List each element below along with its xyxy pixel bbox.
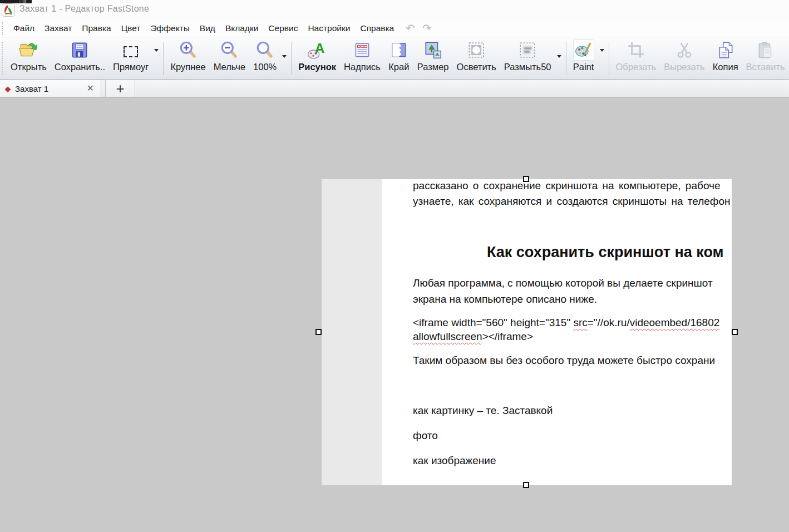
paste-label: Вставить [746,62,785,72]
resize-icon [422,40,443,61]
doc-text-line: фото [413,430,438,442]
doc-text-line: Таким образом вы без особого труда может… [413,354,715,367]
rectangle-select-label: Прямоуг [113,62,149,72]
open-folder-icon [18,40,39,61]
open-label: Открыть [11,62,47,72]
torn-edge-icon [388,40,410,61]
doc-text-line: рассказано о сохранение скриншота на ком… [413,180,721,192]
menu-items: Файл Захват Правка Цвет Эффекты Вид Вкла… [8,21,399,36]
copy-pages-icon [715,40,736,61]
svg-text:A: A [315,41,325,56]
new-tab-button[interactable]: + [105,80,135,97]
zoom-out-button[interactable]: Мельче [210,37,249,80]
paint-label: Paint [573,62,594,72]
draw-label: Рисунок [298,62,336,72]
zoom-in-button[interactable]: Крупнее [166,37,209,80]
menu-view[interactable]: Вид [195,21,220,36]
paint-dropdown-icon[interactable] [600,49,604,52]
toolbar-separator [566,42,566,75]
toolbar-separator [291,42,292,75]
menu-capture[interactable]: Захват [40,21,77,36]
save-button[interactable]: Сохранить.. [51,37,109,80]
cut-label: Вырезать [664,62,704,72]
doc-code-line: <iframe width="560" height="315" src="//… [413,317,719,329]
paste-button: Вставить [742,37,789,80]
selection-handle-left[interactable] [315,329,322,335]
crop-icon [625,40,647,61]
zoom-dropdown-icon[interactable] [282,55,287,58]
caption-label: Надпись [344,62,381,72]
spotlight-button[interactable]: Осветить [453,37,500,80]
undo-redo-group: ↶ ↷ [406,23,431,33]
caption-button[interactable]: Надпись [340,37,384,80]
copy-button[interactable]: Копия [709,37,742,80]
zoom-in-icon [177,40,199,61]
paint-palette-icon [573,40,594,61]
edge-label: Край [388,62,409,72]
tab-marker-icon: ◆ [5,85,11,92]
spotlight-label: Осветить [457,62,496,72]
resize-button[interactable]: Размер [413,37,453,80]
zoom-out-icon [219,40,240,61]
zoom-out-label: Мельче [214,62,245,72]
cut-button: Вырезать [660,37,708,80]
tab-close-icon[interactable]: ✕ [87,84,94,93]
spotlight-icon [466,40,487,61]
tab-capture-1[interactable]: ◆ Захват 1 ✕ [0,80,101,97]
doc-code-line: allowfullscreen></iframe> [413,331,533,343]
edge-button[interactable]: Край [384,37,413,80]
resize-label: Размер [417,62,449,72]
toolbar-grip[interactable] [2,22,4,35]
zoom-in-label: Крупнее [170,62,205,72]
window-title: Захват 1 - Редактор FastStone [19,4,149,14]
rectangle-select-button[interactable]: Прямоуг [109,37,152,80]
zoom-level-label: 100% [253,62,277,72]
menu-edit[interactable]: Правка [77,21,116,36]
menu-tabs[interactable]: Вкладки [220,21,263,36]
blur-label: Размыть50 [504,62,551,72]
menu-service[interactable]: Сервис [263,21,303,36]
zoom-100-button[interactable]: 100% [249,37,280,80]
draw-button[interactable]: A Рисунок [294,37,340,80]
blur-dropdown-icon[interactable] [557,55,561,58]
open-button[interactable]: Открыть [7,37,51,80]
title-bar: Захват 1 - Редактор FastStone [0,0,789,19]
tab-bar: ◆ Захват 1 ✕ + [0,80,789,97]
menu-color[interactable]: Цвет [116,21,146,36]
doc-text-line: как изображение [413,455,496,467]
crop-button: Обрезать [612,37,660,80]
menu-effects[interactable]: Эффекты [145,21,194,36]
selection-handle-right[interactable] [732,329,738,335]
app-window: Захват 1 - Редактор FastStone Файл Захва… [0,0,789,532]
captured-image[interactable]: рассказано о сохранение скриншота на ком… [322,179,732,485]
save-label: Сохранить.. [55,62,105,72]
menu-settings[interactable]: Настройки [303,21,355,36]
toolbar-grip-2[interactable] [2,42,4,75]
dashed-rectangle-icon [120,40,141,61]
clipboard-icon [755,40,776,61]
spellcheck-word: allowfullscreen [413,331,482,342]
floppy-disk-icon [69,40,90,61]
menu-file[interactable]: Файл [8,21,40,36]
paint-button[interactable]: Paint [569,37,598,80]
doc-text-line: как картинку – те. Заставкой [413,405,553,417]
selection-handle-top[interactable] [523,176,529,182]
toolbar-separator [609,42,609,75]
undo-icon[interactable]: ↶ [406,23,415,33]
tab-label: Захват 1 [15,84,48,93]
copy-label: Копия [713,62,738,72]
spellcheck-word: videoembed/16802 [630,317,720,328]
redo-icon[interactable]: ↷ [422,23,431,33]
doc-text-line: узнаете, как сохраняются и создаются скр… [413,195,731,208]
toolbar-separator [163,42,164,75]
spellcheck-word: src [573,317,587,328]
doc-text-line: экрана на компьютере описано ниже. [413,293,597,306]
blur-button[interactable]: Размыть50 [500,37,555,80]
crop-label: Обрезать [616,62,657,72]
draw-palette-icon: A [307,40,328,61]
selection-handle-bottom[interactable] [523,482,529,488]
zoom-100-icon [254,40,275,61]
faststone-logo-icon [2,3,15,17]
rectangle-select-dropdown-icon[interactable] [154,49,159,52]
menu-help[interactable]: Справка [355,21,399,36]
